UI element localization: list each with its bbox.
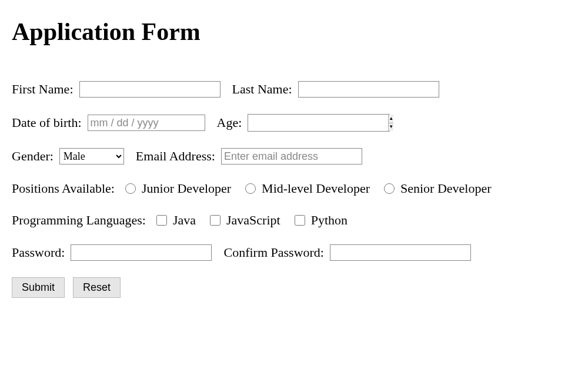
page-title: Application Form <box>12 18 576 46</box>
age-spinner: ▲ ▼ <box>388 115 393 131</box>
gender-email-row: Gender: Male Email Address: <box>12 148 576 164</box>
lang-python-checkbox[interactable] <box>295 215 305 226</box>
lang-javascript-checkbox[interactable] <box>210 215 220 226</box>
age-input[interactable] <box>248 115 388 130</box>
age-label: Age: <box>217 115 242 130</box>
buttons-row: Submit Reset <box>12 277 576 298</box>
last-name-label: Last Name: <box>232 82 292 97</box>
first-name-input[interactable] <box>79 81 220 98</box>
position-senior-radio[interactable] <box>384 183 395 194</box>
dob-label: Date of birth: <box>12 115 82 130</box>
position-senior-label: Senior Developer <box>400 181 492 196</box>
password-input[interactable] <box>71 244 212 261</box>
gender-label: Gender: <box>12 149 54 164</box>
position-mid-radio[interactable] <box>245 183 256 194</box>
last-name-input[interactable] <box>298 81 439 98</box>
first-name-label: First Name: <box>12 82 74 97</box>
age-stepper: ▲ ▼ <box>248 114 390 132</box>
position-junior-radio[interactable] <box>125 183 136 194</box>
position-junior-label: Junior Developer <box>142 181 231 196</box>
email-label: Email Address: <box>136 149 215 164</box>
lang-javascript-label: JavaScript <box>226 213 280 228</box>
confirm-password-label: Confirm Password: <box>223 245 324 260</box>
positions-label: Positions Available: <box>12 181 115 196</box>
languages-row: Programming Languages: Java JavaScript P… <box>12 213 576 228</box>
submit-button[interactable]: Submit <box>12 277 65 298</box>
lang-java-label: Java <box>173 213 196 228</box>
email-input[interactable] <box>221 148 362 164</box>
password-row: Password: Confirm Password: <box>12 244 576 261</box>
dob-input[interactable] <box>88 115 205 131</box>
name-row: First Name: Last Name: <box>12 81 576 98</box>
reset-button[interactable]: Reset <box>73 277 121 298</box>
dob-age-row: Date of birth: Age: ▲ ▼ <box>12 114 576 132</box>
age-decrement-button[interactable]: ▼ <box>389 123 393 132</box>
lang-java-checkbox[interactable] <box>156 215 167 226</box>
age-increment-button[interactable]: ▲ <box>389 115 393 123</box>
password-label: Password: <box>12 245 65 260</box>
position-mid-label: Mid-level Developer <box>262 181 370 196</box>
confirm-password-input[interactable] <box>330 244 471 261</box>
gender-select[interactable]: Male <box>59 148 124 164</box>
languages-label: Programming Languages: <box>12 213 146 228</box>
positions-row: Positions Available: Junior Developer Mi… <box>12 181 576 196</box>
lang-python-label: Python <box>311 213 348 228</box>
